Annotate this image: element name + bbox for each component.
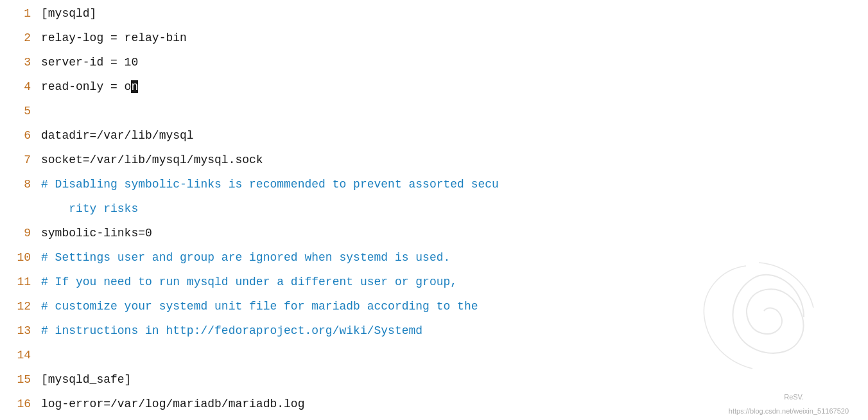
line-number: 13	[5, 322, 31, 340]
code-line: 8# Disabling symbolic-links is recommend…	[0, 176, 868, 200]
code-line: 15[mysqld_safe]	[0, 371, 868, 396]
code-line: 14	[0, 347, 868, 371]
line-number: 7	[5, 152, 31, 170]
code-line: rity risks	[0, 200, 868, 225]
line-number: 11	[5, 274, 31, 292]
line-number: 8	[5, 176, 31, 194]
line-content: read-only = on	[41, 78, 138, 96]
line-content: rity risks	[41, 200, 138, 218]
code-line: 9symbolic-links=0	[0, 225, 868, 249]
line-content: socket=/var/lib/mysql/mysql.sock	[41, 152, 263, 170]
line-content: datadir=/var/lib/mysql	[41, 127, 194, 145]
line-number: 14	[5, 347, 31, 365]
line-number: 3	[5, 54, 31, 72]
line-content: # instructions in http://fedoraproject.o…	[41, 322, 422, 340]
code-container: 1[mysqld]2relay-log = relay-bin3server-i…	[0, 0, 868, 420]
line-content: # If you need to run mysqld under a diff…	[41, 274, 457, 292]
line-content: # Disabling symbolic-links is recommende…	[41, 176, 499, 194]
line-number: 1	[5, 5, 31, 23]
line-content: # Settings user and group are ignored wh…	[41, 249, 450, 267]
code-line: 2relay-log = relay-bin	[0, 30, 868, 54]
line-content: relay-log = relay-bin	[41, 30, 187, 48]
line-content: symbolic-links=0	[41, 225, 152, 243]
line-content: # customize your systemd unit file for m…	[41, 298, 478, 316]
line-number: 10	[5, 249, 31, 267]
code-line: 11# If you need to run mysqld under a di…	[0, 274, 868, 298]
code-line: 16log-error=/var/log/mariadb/mariadb.log	[0, 396, 868, 420]
code-line: 1[mysqld]	[0, 5, 868, 30]
line-number: 15	[5, 371, 31, 389]
code-line: 12# customize your systemd unit file for…	[0, 298, 868, 322]
line-number: 2	[5, 30, 31, 48]
highlighted-char: n	[131, 80, 138, 93]
line-content: [mysqld_safe]	[41, 371, 131, 389]
line-number: 5	[5, 103, 31, 121]
code-line: 7socket=/var/lib/mysql/mysql.sock	[0, 152, 868, 176]
line-content: log-error=/var/log/mariadb/mariadb.log	[41, 396, 304, 414]
line-number: 4	[5, 78, 31, 96]
code-line: 6datadir=/var/lib/mysql	[0, 127, 868, 152]
line-number: 6	[5, 127, 31, 145]
line-content: [mysqld]	[41, 5, 96, 23]
line-number: 16	[5, 396, 31, 414]
line-content: server-id = 10	[41, 54, 138, 72]
line-number: 12	[5, 298, 31, 316]
code-line: 5	[0, 103, 868, 127]
line-number: 9	[5, 225, 31, 243]
code-line: 4read-only = on	[0, 78, 868, 103]
code-line: 10# Settings user and group are ignored …	[0, 249, 868, 274]
code-line: 13# instructions in http://fedoraproject…	[0, 322, 868, 347]
code-line: 3server-id = 10	[0, 54, 868, 78]
